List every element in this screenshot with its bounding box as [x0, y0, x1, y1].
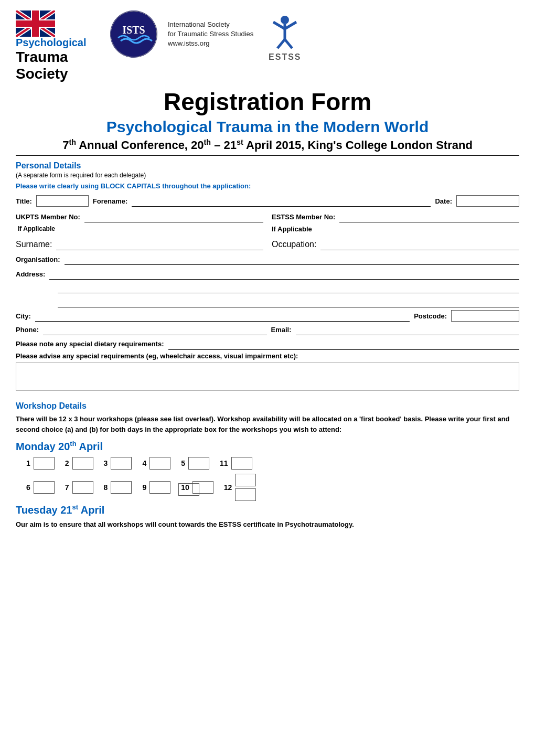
workshop-input-1[interactable] — [34, 457, 55, 470]
ordinal-7: th — [69, 138, 76, 146]
workshop-input-12b[interactable] — [235, 488, 256, 501]
monday-ordinal: th — [70, 440, 76, 448]
label-phone: Phone: — [16, 326, 39, 334]
workshop-item-4: 4 — [142, 457, 170, 470]
address-input-3[interactable] — [58, 296, 519, 307]
occupation-input[interactable] — [320, 239, 519, 250]
occupation-row: If Applicable — [272, 225, 519, 233]
ists-org1: International Society — [168, 20, 253, 29]
workshop-num-6: 6 — [26, 483, 30, 492]
workshop-input-7[interactable] — [72, 481, 93, 494]
personal-details-section: Personal Details (A separate form is req… — [16, 161, 519, 393]
special-req-textarea[interactable] — [16, 362, 519, 391]
forename-input[interactable] — [132, 195, 431, 207]
workshop-num-2: 2 — [65, 459, 69, 467]
dietary-row: Please note any special dietary requirem… — [16, 338, 519, 350]
label-ukpts-member: UKPTS Member No: — [16, 213, 80, 221]
estss-member-block: ESTSS Member No: If Applicable — [272, 211, 519, 236]
workshop-title: Workshop Details — [16, 401, 519, 411]
city-input[interactable] — [35, 310, 410, 322]
ukpts-member-input[interactable] — [84, 211, 263, 222]
title-forename-date-row: Title: Forename: Date: — [16, 195, 519, 207]
workshop-num-9: 9 — [142, 483, 146, 492]
workshop-item-5: 5 — [181, 457, 209, 470]
tuesday-ordinal: st — [72, 503, 78, 511]
workshop-item-11: 11 — [220, 457, 252, 470]
label-city: City: — [16, 312, 31, 320]
workshop-item-2: 2 — [65, 457, 93, 470]
surname-block: Surname: — [16, 239, 263, 250]
address-row2 — [16, 282, 519, 293]
workshop-item-8: 8 — [104, 481, 132, 494]
ukpts-member-block: UKPTS Member No: If Applicable — [16, 211, 263, 236]
label-address: Address: — [16, 270, 45, 278]
monday-workshop-rows: 1 2 3 4 5 11 — [16, 457, 519, 496]
label-email: Email: — [271, 326, 292, 334]
member-numbers-row: UKPTS Member No: If Applicable ESTSS Mem… — [16, 211, 519, 236]
label-surname: Surname: — [16, 240, 52, 249]
label-title: Title: — [16, 197, 32, 205]
occupation-block: Occupation: — [272, 239, 519, 250]
workshop-item-6: 6 — [26, 481, 55, 494]
workshop-input-2[interactable] — [72, 457, 93, 470]
workshop-input-3[interactable] — [111, 457, 132, 470]
workshop-row-1: 1 2 3 4 5 11 — [26, 457, 519, 470]
address-row1: Address: — [16, 268, 519, 280]
instruction-line: Please write clearly using BLOCK CAPITAL… — [16, 182, 519, 190]
estss-logo: ESTSS — [264, 10, 306, 62]
workshop-input-11a[interactable] — [231, 457, 252, 470]
workshop-input-5[interactable] — [188, 457, 209, 470]
address-input-1[interactable] — [49, 268, 519, 280]
form-title: Registration Form — [16, 88, 519, 116]
tuesday-title: Tuesday 21st April — [16, 503, 519, 516]
estss-member-input[interactable] — [339, 211, 519, 222]
workshop-12-top: 12 — [224, 474, 256, 501]
email-input[interactable] — [296, 324, 519, 335]
workshop-num-5: 5 — [181, 459, 185, 467]
ukpts-trauma: Trauma — [16, 49, 87, 66]
surname-input[interactable] — [56, 239, 263, 250]
label-estss-member: ESTSS Member No: — [272, 213, 335, 221]
svg-line-16 — [285, 39, 292, 48]
label-postcode: Postcode: — [414, 312, 447, 320]
workshop-item-9: 9 — [142, 481, 170, 494]
date-input[interactable] — [456, 195, 519, 207]
label-occupation: Occupation: — [272, 240, 316, 249]
ists-org2: for Traumatic Stress Studies — [168, 29, 253, 39]
label-special-req: Please advise any special requirements (… — [16, 352, 519, 360]
workshop-input-9[interactable] — [149, 481, 170, 494]
workshop-input-4[interactable] — [149, 457, 170, 470]
organisation-input[interactable] — [65, 253, 519, 265]
title-input[interactable] — [36, 195, 89, 207]
city-postcode-row: City: Postcode: — [16, 310, 519, 322]
workshop-input-11b[interactable] — [178, 483, 199, 496]
svg-point-11 — [281, 16, 289, 24]
postcode-input[interactable] — [451, 310, 519, 322]
label-date: Date: — [435, 197, 452, 205]
dietary-input[interactable] — [168, 338, 519, 350]
event-title: Psychological Trauma in the Modern World — [16, 118, 519, 136]
ordinal-21: st — [237, 138, 243, 146]
ists-svg: ISTS — [110, 10, 157, 58]
workshop-input-12a[interactable] — [235, 474, 256, 486]
workshop-description: There will be 12 x 3 hour workshops (ple… — [16, 414, 519, 434]
phone-input[interactable] — [43, 324, 266, 335]
bottom-note: Our aim is to ensure that all workshops … — [16, 519, 519, 530]
personal-details-note: (A separate form is required for each de… — [16, 172, 519, 179]
ists-url: www.istss.org — [168, 39, 253, 48]
workshop-input-6[interactable] — [34, 481, 55, 494]
personal-details-title: Personal Details — [16, 161, 519, 171]
workshop-11-top: 11 — [220, 457, 252, 470]
workshop-item-1: 1 — [26, 457, 55, 470]
ukpts-member-row: UKPTS Member No: — [16, 211, 263, 222]
workshop-num-11: 11 — [220, 459, 228, 467]
workshop-num-8: 8 — [104, 483, 108, 492]
estss-svg — [264, 10, 306, 52]
workshop-item-7: 7 — [65, 481, 93, 494]
workshop-num-3: 3 — [104, 459, 108, 467]
label-forename: Forename: — [93, 197, 127, 205]
ukpts-logo: Psychological Trauma Society — [16, 10, 100, 82]
workshop-input-8[interactable] — [111, 481, 132, 494]
address-input-2[interactable] — [58, 282, 519, 293]
uk-flag-icon — [16, 10, 55, 37]
